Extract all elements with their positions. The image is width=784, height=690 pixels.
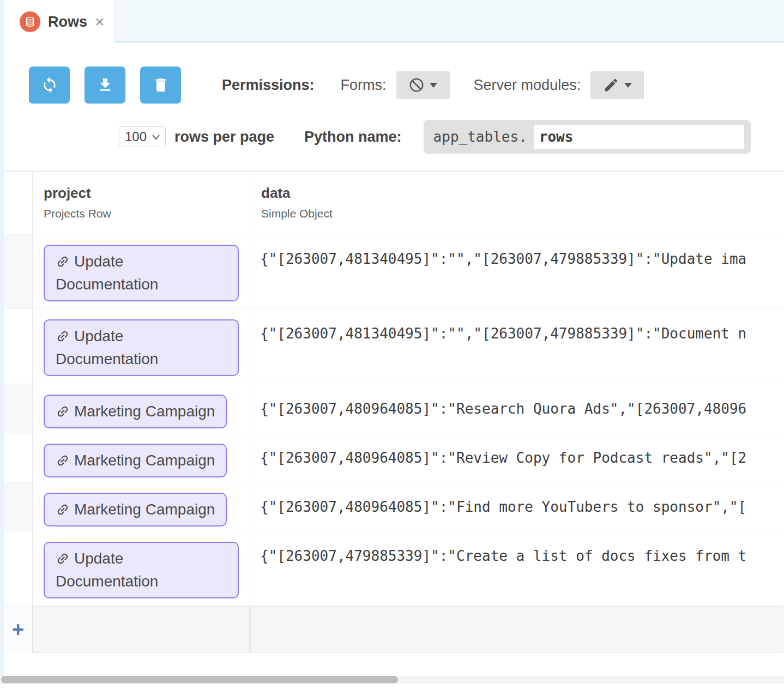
project-link-chip[interactable]: Update Documentation — [44, 542, 239, 598]
server-modules-label: Server modules: — [474, 77, 581, 94]
trash-icon — [152, 76, 170, 94]
table-row-data-cell[interactable]: {"[263007,480964085]":"Find more YouTube… — [250, 482, 783, 531]
horizontal-scrollbar[interactable] — [0, 676, 784, 683]
table-row-project-cell: Update Documentation — [33, 309, 250, 384]
column-type: Projects Row — [44, 207, 250, 220]
ban-icon — [408, 77, 425, 93]
refresh-icon — [41, 76, 58, 94]
tab-strip-empty-area — [114, 0, 784, 43]
database-icon — [20, 11, 40, 32]
column-header-data[interactable]: data Simple Object — [250, 172, 783, 234]
forms-permission-dropdown[interactable] — [396, 71, 450, 99]
chevron-down-icon — [430, 83, 437, 88]
pencil-icon — [603, 77, 619, 93]
row-data-json: {"[263007,479885339]":"Create a list of … — [250, 531, 783, 564]
project-link-label: Update Documentation — [56, 550, 158, 590]
table-row-project-cell: Update Documentation — [33, 531, 250, 606]
python-name-prefix: app_tables. — [433, 129, 527, 145]
link-icon — [56, 329, 70, 343]
link-icon — [56, 255, 70, 269]
python-name-box: app_tables. — [424, 120, 751, 154]
new-row-project-cell[interactable] — [33, 606, 250, 653]
table-row-data-cell[interactable]: {"[263007,480964085]":"Research Quora Ad… — [250, 384, 783, 433]
server-modules-permission-dropdown[interactable] — [590, 71, 644, 99]
row-data-json: {"[263007,481340495]":"","[263007,479885… — [250, 309, 783, 342]
delete-table-button[interactable] — [140, 66, 181, 104]
header-gutter — [4, 172, 33, 234]
rows-per-page-select[interactable]: 100 — [119, 126, 166, 147]
project-link-chip[interactable]: Marketing Campaign — [44, 395, 227, 428]
project-link-chip[interactable]: Update Documentation — [44, 319, 239, 376]
forms-label: Forms: — [341, 77, 387, 94]
link-icon — [56, 453, 70, 468]
python-name-input[interactable] — [534, 125, 744, 149]
link-icon — [56, 552, 70, 566]
table-row-project-cell: Marketing Campaign — [33, 433, 250, 482]
refresh-button[interactable] — [29, 66, 70, 104]
project-link-label: Marketing Campaign — [74, 501, 215, 518]
row-gutter[interactable] — [4, 433, 33, 482]
table-row-data-cell[interactable]: {"[263007,481340495]":"","[263007,479885… — [250, 234, 783, 309]
column-name: data — [261, 185, 783, 202]
table-row-project-cell: Marketing Campaign — [33, 384, 250, 433]
row-gutter[interactable] — [4, 309, 33, 384]
row-data-json: {"[263007,480964085]":"Review Copy for P… — [250, 433, 783, 466]
table-row-data-cell[interactable]: {"[263007,480964085]":"Review Copy for P… — [250, 433, 783, 482]
row-data-json: {"[263007,480964085]":"Research Quora Ad… — [250, 384, 783, 417]
data-table: project Projects Row data Simple Object … — [4, 171, 784, 653]
add-row-button[interactable]: + — [12, 619, 24, 640]
rows-per-page-label: rows per page — [174, 129, 274, 146]
table-row-project-cell: Marketing Campaign — [33, 482, 250, 531]
download-button[interactable] — [85, 66, 125, 104]
row-gutter[interactable] — [4, 482, 33, 531]
permissions-label: Permissions: — [222, 77, 315, 94]
tab-title: Rows — [48, 14, 87, 31]
project-link-label: Marketing Campaign — [74, 452, 215, 469]
project-link-label: Update Documentation — [56, 328, 158, 367]
chevron-down-icon — [624, 83, 632, 88]
row-data-json: {"[263007,481340495]":"","[263007,479885… — [250, 234, 783, 267]
tab-strip: Rows × — [0, 0, 784, 44]
column-name: project — [44, 185, 250, 202]
row-gutter[interactable] — [4, 531, 33, 606]
table-row-data-cell[interactable]: {"[263007,481340495]":"","[263007,479885… — [250, 309, 783, 384]
row-gutter[interactable] — [4, 234, 33, 309]
column-type: Simple Object — [261, 207, 783, 220]
new-row-data-cell[interactable] — [250, 606, 783, 653]
row-data-json: {"[263007,480964085]":"Find more YouTube… — [250, 482, 783, 515]
scrollbar-thumb[interactable] — [1, 676, 398, 683]
link-icon — [56, 404, 70, 419]
chevron-down-icon — [152, 135, 160, 140]
rows-per-page-value: 100 — [125, 129, 147, 144]
add-row-gutter: + — [4, 606, 33, 653]
row-gutter[interactable] — [4, 384, 33, 433]
link-icon — [56, 503, 70, 517]
project-link-chip[interactable]: Update Documentation — [44, 245, 239, 301]
project-link-chip[interactable]: Marketing Campaign — [44, 444, 227, 477]
table-row-project-cell: Update Documentation — [33, 234, 250, 309]
table-toolbar: Permissions: Forms: Server modules: 100 … — [0, 44, 784, 171]
close-icon[interactable]: × — [95, 14, 105, 30]
column-header-project[interactable]: project Projects Row — [33, 172, 250, 234]
tab-rows[interactable]: Rows × — [10, 0, 114, 44]
table-row-data-cell[interactable]: {"[263007,479885339]":"Create a list of … — [250, 531, 783, 606]
left-edge-strip — [0, 0, 4, 683]
project-link-label: Update Documentation — [56, 253, 158, 293]
python-name-label: Python name: — [304, 129, 402, 146]
project-link-chip[interactable]: Marketing Campaign — [44, 493, 227, 526]
download-icon — [97, 76, 114, 94]
project-link-label: Marketing Campaign — [74, 403, 215, 420]
